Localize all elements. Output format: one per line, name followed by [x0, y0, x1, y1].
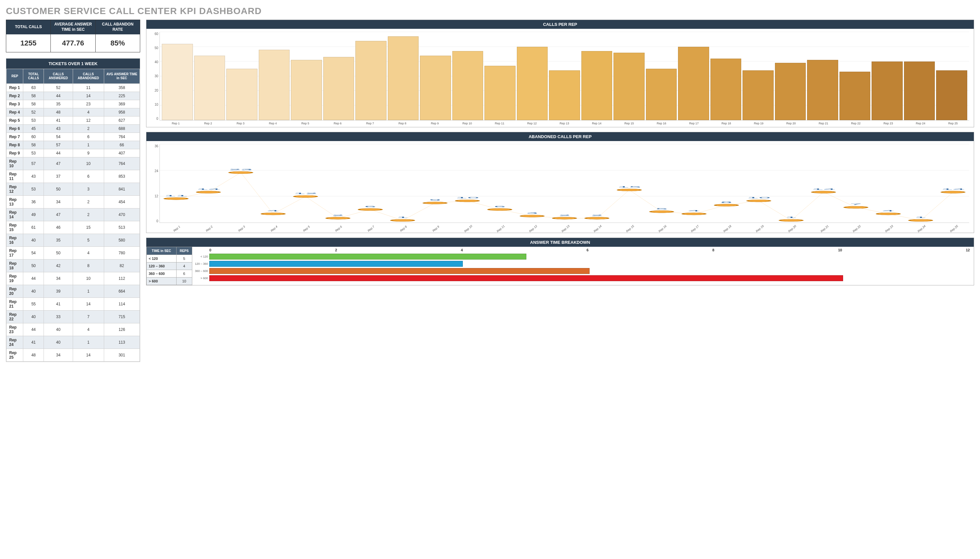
hbar-label: < 120	[194, 255, 209, 258]
data-label: 3	[526, 212, 538, 214]
ytick-label: 30	[151, 74, 158, 78]
table-header: TIME in SEC	[147, 247, 177, 255]
table-cell: 36	[23, 196, 44, 208]
data-label: 2	[332, 214, 344, 216]
table-cell: 41	[44, 298, 73, 311]
xtick-label: Rep 1	[159, 121, 192, 125]
bar	[452, 51, 483, 120]
bar	[678, 47, 709, 120]
table-cell: 48	[44, 108, 73, 116]
bar	[259, 50, 290, 120]
table-row: Rep 2240337715	[7, 311, 140, 323]
xtick-label: Rep 16	[645, 121, 678, 125]
table-cell: 66	[104, 141, 139, 149]
line-plot-area: 1114234122619106322155481011474114	[159, 144, 969, 223]
data-label: 10	[747, 197, 770, 199]
table-cell: Rep 10	[7, 157, 23, 170]
xtick-label: Rep 13	[548, 121, 581, 125]
table-row: Rep 3583523369	[7, 100, 140, 108]
table-cell: 3	[73, 183, 104, 196]
table-cell: Rep 13	[7, 196, 23, 208]
line-marker	[844, 206, 867, 208]
bar	[839, 72, 871, 120]
line-marker	[683, 213, 705, 215]
kpi-label: AVERAGE ANSWER TIME in SEC	[51, 20, 95, 35]
table-cell: 6	[176, 270, 192, 278]
xtick-label: Rep 5	[289, 121, 322, 125]
table-cell: Rep 9	[7, 149, 23, 157]
bar	[484, 66, 516, 120]
hbar-row: < 120	[194, 253, 970, 260]
ytick-label: 40	[151, 60, 158, 64]
table-cell: 53	[23, 116, 44, 125]
table-cell: 120 – 360	[147, 263, 177, 270]
table-cell: 44	[44, 92, 73, 100]
table-cell: 82	[104, 260, 139, 272]
table-cell: 764	[104, 157, 139, 170]
bar	[646, 69, 677, 120]
data-label: 4	[882, 210, 894, 212]
table-cell: 454	[104, 196, 139, 208]
bar	[226, 69, 257, 120]
table-cell: 688	[104, 125, 139, 133]
table-cell: 958	[104, 108, 139, 116]
data-label: 5	[656, 207, 668, 210]
ytick-label: 12	[151, 194, 158, 198]
table-header: TOTAL CALLS	[23, 69, 44, 84]
kpi-value: 1255	[6, 35, 50, 52]
data-label: 14	[812, 188, 835, 190]
table-cell: 42	[44, 260, 73, 272]
line-marker	[197, 191, 220, 194]
table-header: REPS	[176, 247, 192, 255]
hbar	[209, 261, 463, 267]
table-cell: 44	[44, 149, 73, 157]
table-row: Rep 760546764	[7, 133, 140, 141]
tickets-over-week: TICKETS OVER 1 WEEK REPTOTAL CALLSCALLS …	[6, 58, 140, 362]
line-yaxis: 3624120	[151, 144, 159, 223]
table-cell: 40	[44, 323, 73, 336]
table-row: Rep 2040391664	[7, 285, 140, 298]
table-row: Rep 1449472470	[7, 208, 140, 221]
table-row: < 1205	[147, 255, 192, 263]
line-marker	[650, 210, 673, 213]
table-cell: 61	[23, 221, 44, 234]
table-row: Rep 19443410112	[7, 272, 140, 285]
xtick-label: Rep 21	[808, 121, 840, 125]
table-cell: 35	[44, 234, 73, 247]
bar	[323, 57, 355, 120]
xtick-label: Rep 22	[839, 121, 872, 125]
line-marker	[618, 189, 641, 191]
table-cell: 780	[104, 247, 139, 260]
table-cell: 57	[44, 141, 73, 149]
dashboard-title: CUSTOMER SERVICE CALL CENTER KPI DASHBOA…	[6, 6, 974, 17]
xtick-label: Rep 11	[483, 121, 516, 125]
xtick-label: Rep 4	[257, 121, 289, 125]
table-cell: Rep 4	[7, 108, 23, 116]
table-cell: Rep 15	[7, 221, 23, 234]
line-marker	[294, 195, 317, 198]
table-cell: 10	[73, 157, 104, 170]
bar	[517, 47, 548, 120]
ytick-label: 0	[151, 219, 158, 223]
table-cell: 39	[44, 285, 73, 298]
kpi-card: CALL ABANDON RATE85%	[96, 20, 140, 52]
line-marker	[262, 213, 284, 215]
table-cell: < 120	[147, 255, 177, 263]
table-row: Rep 25483414301	[7, 349, 140, 362]
table-cell: 14	[73, 298, 104, 311]
table-cell: 43	[23, 170, 44, 183]
table-cell: 4	[176, 263, 192, 270]
line-marker	[359, 208, 381, 211]
table-cell: 48	[23, 349, 44, 362]
dashboard-layout: TOTAL CALLS1255AVERAGE ANSWER TIME in SE…	[6, 20, 974, 362]
ytick-label: 60	[151, 32, 158, 36]
data-label: 23	[229, 169, 252, 171]
xtick-label: Rep 23	[872, 121, 904, 125]
table-row: Rep 21554114114	[7, 298, 140, 311]
table-cell: 113	[104, 336, 139, 349]
table-cell: 853	[104, 170, 139, 183]
chart-title: CALLS PER REP	[146, 20, 974, 29]
bar	[162, 44, 193, 120]
table-row: Rep 452484958	[7, 108, 140, 116]
data-label: 14	[941, 188, 965, 190]
